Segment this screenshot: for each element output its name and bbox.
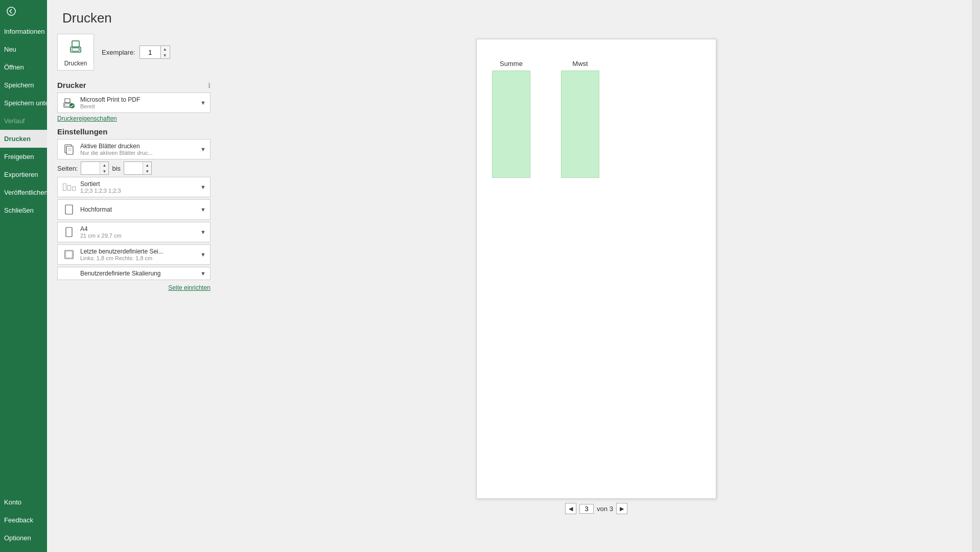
pages-from-up[interactable]: ▲ xyxy=(100,162,108,168)
margins-icon xyxy=(62,247,76,262)
collate-sub: 1;2;3 1;2;3 1;2;3 xyxy=(80,188,196,194)
page-nav: ◀ von 3 ▶ xyxy=(565,503,627,514)
printer-status-icon xyxy=(62,96,76,110)
active-sheets-text: Aktive Blätter drucken Nur die aktiven B… xyxy=(80,143,196,156)
copies-label: Exemplare: xyxy=(102,49,135,56)
paper-dropdown[interactable]: A4 21 cm x 29,7 cm ▼ xyxy=(57,222,211,242)
sidebar-item-neu[interactable]: Neu xyxy=(0,40,47,58)
chart-bar-summe xyxy=(492,71,530,178)
sidebar-item-speichern-unter[interactable]: Speichern unter xyxy=(0,94,47,112)
chart-bar-mwst xyxy=(561,71,599,178)
copies-input[interactable] xyxy=(140,46,160,58)
page-title: Drucken xyxy=(47,0,972,34)
collate-dropdown[interactable]: Sortiert 1;2;3 1;2;3 1;2;3 ▼ xyxy=(57,177,211,197)
scaling-arrow: ▼ xyxy=(200,270,206,277)
left-panel: Drucken Exemplare: ▲ ▼ Drucker ℹ xyxy=(47,34,221,552)
chart-col2-label: Mwst xyxy=(572,60,588,67)
printer-icon xyxy=(67,38,84,58)
svg-rect-2 xyxy=(72,48,79,51)
sidebar-item-veroeffentlichen[interactable]: Veröffentlichen xyxy=(0,183,47,201)
svg-rect-13 xyxy=(65,205,73,214)
sidebar-bottom: Konto Feedback Optionen xyxy=(0,493,47,547)
copies-up-button[interactable]: ▲ xyxy=(161,46,169,52)
pages-label: Seiten: xyxy=(57,165,78,172)
pages-to-down[interactable]: ▼ xyxy=(143,168,151,174)
sidebar: Informationen Neu Öffnen Speichern Speic… xyxy=(0,0,47,552)
printer-dropdown[interactable]: Microsoft Print to PDF Bereit ▼ xyxy=(57,93,211,113)
orientation-dropdown[interactable]: Hochformat ▼ xyxy=(57,199,211,220)
svg-rect-7 xyxy=(65,99,70,103)
copies-spinners: ▲ ▼ xyxy=(160,46,169,58)
prev-page-button[interactable]: ◀ xyxy=(565,503,576,514)
page-setup-link[interactable]: Seite einrichten xyxy=(57,284,211,291)
printer-status: Bereit xyxy=(80,103,196,109)
print-btn-area: Drucken Exemplare: ▲ ▼ xyxy=(57,34,211,71)
sidebar-item-freigeben[interactable]: Freigeben xyxy=(0,148,47,166)
print-button[interactable]: Drucken xyxy=(57,34,94,71)
pages-from-wrap: ▲ ▼ xyxy=(81,162,109,175)
copies-input-wrap: ▲ ▼ xyxy=(139,45,170,59)
svg-rect-16 xyxy=(66,251,72,258)
margins-text: Letzte benutzerdefinierte Sei... Links: … xyxy=(80,248,196,261)
info-icon[interactable]: ℹ xyxy=(208,81,211,89)
orientation-icon xyxy=(62,202,76,217)
paper-main: A4 xyxy=(80,225,196,233)
sidebar-item-informationen[interactable]: Informationen xyxy=(0,22,47,40)
margins-sub: Links: 1,8 cm Rechts: 1,8 cm xyxy=(80,255,196,261)
sidebar-item-feedback[interactable]: Feedback xyxy=(0,511,47,529)
svg-rect-3 xyxy=(72,41,79,47)
margins-dropdown[interactable]: Letzte benutzerdefinierte Sei... Links: … xyxy=(57,244,211,265)
preview-page: Summe Mwst xyxy=(476,39,716,499)
bis-label: bis xyxy=(112,165,121,172)
sidebar-item-speichern[interactable]: Speichern xyxy=(0,76,47,94)
paper-icon xyxy=(62,225,76,239)
chart-area: Summe Mwst xyxy=(492,60,701,178)
paper-arrow: ▼ xyxy=(200,229,206,235)
chart-col-summe: Summe xyxy=(492,60,530,178)
main-content: Drucken Drucken xyxy=(47,0,972,552)
right-scrollbar[interactable] xyxy=(972,0,980,552)
sidebar-item-schliessen[interactable]: Schließen xyxy=(0,201,47,219)
pages-from-input[interactable] xyxy=(81,163,100,173)
scaling-dropdown[interactable]: Benutzerdefinierte Skalierung ▼ xyxy=(57,267,211,280)
svg-point-0 xyxy=(7,7,15,15)
paper-text: A4 21 cm x 29,7 cm xyxy=(80,225,196,239)
scaling-text: Benutzerdefinierte Skalierung xyxy=(80,270,196,277)
pages-row: Seiten: ▲ ▼ bis ▲ ▼ xyxy=(57,162,211,175)
copies-down-button[interactable]: ▼ xyxy=(161,52,169,58)
pages-from-down[interactable]: ▼ xyxy=(100,168,108,174)
active-sheets-arrow: ▼ xyxy=(200,146,206,152)
pages-to-up[interactable]: ▲ xyxy=(143,162,151,168)
paper-sub: 21 cm x 29,7 cm xyxy=(80,233,196,239)
print-area: Drucken Exemplare: ▲ ▼ Drucker ℹ xyxy=(47,34,972,552)
orientation-text: Hochformat xyxy=(80,206,196,213)
svg-rect-4 xyxy=(79,49,80,50)
sidebar-item-oeffnen[interactable]: Öffnen xyxy=(0,58,47,76)
page-total: von 3 xyxy=(597,505,613,513)
sidebar-item-drucken[interactable]: Drucken xyxy=(0,130,47,148)
pages-to-input[interactable] xyxy=(124,163,143,173)
next-page-button[interactable]: ▶ xyxy=(616,503,627,514)
sidebar-item-optionen[interactable]: Optionen xyxy=(0,529,47,547)
active-sheets-dropdown[interactable]: Aktive Blätter drucken Nur die aktiven B… xyxy=(57,139,211,159)
sidebar-item-verlauf: Verlauf xyxy=(0,112,47,130)
active-sheets-main: Aktive Blätter drucken xyxy=(80,143,196,150)
pages-to-wrap: ▲ ▼ xyxy=(124,162,152,175)
scaling-main: Benutzerdefinierte Skalierung xyxy=(80,270,196,277)
page-number-input[interactable] xyxy=(579,504,594,514)
back-button[interactable] xyxy=(2,2,20,20)
collate-arrow: ▼ xyxy=(200,184,206,190)
active-sheets-sub: Nur die aktiven Blätter druc... xyxy=(80,150,196,156)
printer-dropdown-arrow: ▼ xyxy=(200,100,206,106)
chart-col1-label: Summe xyxy=(500,60,523,67)
printer-properties-link[interactable]: Druckereigenschaften xyxy=(57,115,211,122)
collate-text: Sortiert 1;2;3 1;2;3 1;2;3 xyxy=(80,180,196,194)
pages-to-spin: ▲ ▼ xyxy=(143,162,151,174)
orientation-arrow: ▼ xyxy=(200,206,206,213)
sidebar-item-konto[interactable]: Konto xyxy=(0,493,47,511)
margins-main: Letzte benutzerdefinierte Sei... xyxy=(80,248,196,255)
sidebar-item-exportieren[interactable]: Exportieren xyxy=(0,166,47,183)
preview-area: Summe Mwst ◀ von 3 ▶ xyxy=(221,34,972,552)
svg-rect-6 xyxy=(65,104,70,106)
settings-section-header: Einstellungen xyxy=(57,127,211,136)
